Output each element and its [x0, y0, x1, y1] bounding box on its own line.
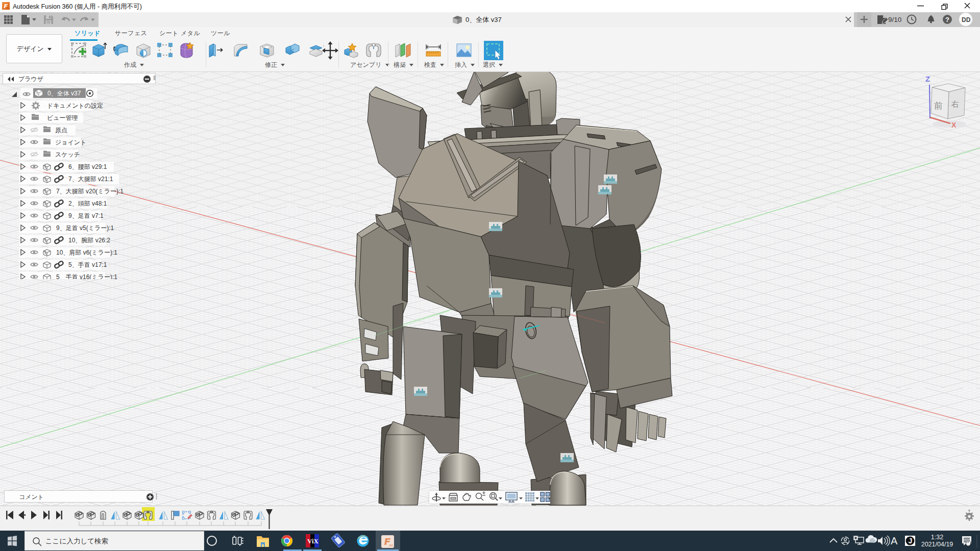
svg-text:ビュー管理: ビュー管理	[47, 114, 78, 121]
svg-text:スケッチ: スケッチ	[55, 151, 80, 158]
svg-text:6、腰部 v29:1: 6、腰部 v29:1	[68, 163, 107, 170]
svg-text:1:32: 1:32	[931, 534, 943, 541]
svg-text:5、手首 v16(ミラー):1: 5、手首 v16(ミラー):1	[56, 273, 117, 279]
svg-text:DD: DD	[962, 16, 971, 23]
svg-text:ジョイント: ジョイント	[55, 139, 86, 146]
svg-text:7、大腿部 v21:1: 7、大腿部 v21:1	[68, 176, 113, 183]
svg-text:?: ?	[945, 16, 949, 23]
svg-text:右: 右	[951, 99, 959, 108]
svg-text:0、全体 v37: 0、全体 v37	[465, 16, 502, 23]
svg-text:9、足首 v7:1: 9、足首 v7:1	[68, 212, 104, 219]
svg-text:360: 360	[389, 544, 394, 547]
svg-text:Z: Z	[925, 74, 930, 83]
svg-text:X: X	[951, 121, 957, 129]
svg-text:9、足首 v5(ミラー):1: 9、足首 v5(ミラー):1	[56, 224, 114, 232]
svg-text:2、頭部 v48:1: 2、頭部 v48:1	[68, 200, 107, 207]
svg-text:0、全体 v37: 0、全体 v37	[47, 90, 81, 97]
svg-text:ドキュメントの設定: ドキュメントの設定	[47, 102, 103, 109]
svg-text:9/10: 9/10	[888, 16, 901, 23]
svg-text:10、腕部 v26:2: 10、腕部 v26:2	[68, 237, 110, 244]
svg-text:前: 前	[934, 101, 943, 111]
svg-text:A: A	[891, 535, 898, 546]
svg-text:7、大腿部 v20(ミラー):1: 7、大腿部 v20(ミラー):1	[56, 188, 124, 195]
svg-text:J: J	[909, 537, 913, 545]
svg-text:10、肩部 v6(ミラー):1: 10、肩部 v6(ミラー):1	[56, 249, 117, 256]
svg-text:原点: 原点	[55, 127, 67, 134]
svg-text:ViX: ViX	[307, 537, 319, 545]
svg-text:2021/04/19: 2021/04/19	[921, 541, 953, 548]
svg-text:5、手首 v17:1: 5、手首 v17:1	[68, 261, 107, 268]
